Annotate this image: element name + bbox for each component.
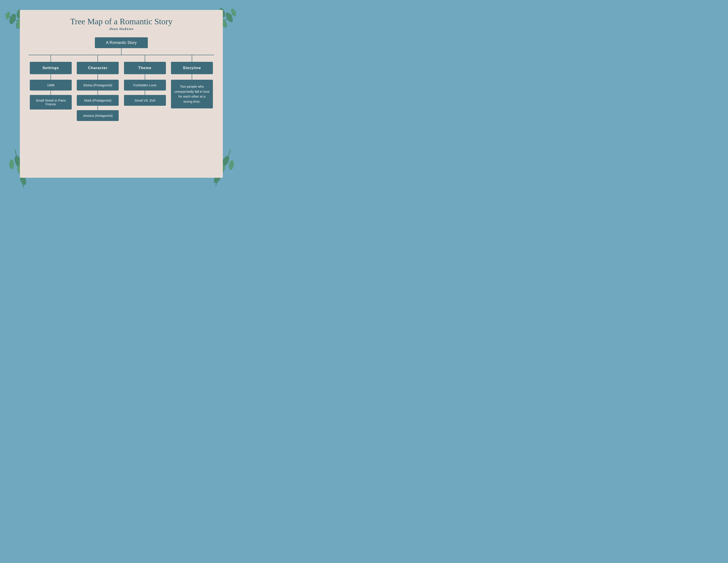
theme-children: Forbidden Love Good VS. Evil [124,74,166,106]
character-top-connector [98,55,98,62]
tree-container: A Romantic Story Settings 1998 [24,37,218,121]
storyline-top-connector [192,55,192,62]
theme-connector-1 [145,74,145,80]
settings-child-location: Small Street in Paris France [30,95,72,109]
settings-child-1998: 1998 [30,80,72,90]
svg-point-20 [230,8,237,17]
main-card: Tree Map of a Romantic Story Jhon Hudson… [20,10,223,178]
theme-top-connector [145,55,145,62]
root-connector [121,48,122,55]
settings-child-connector-2 [51,90,51,95]
settings-node: Settings [30,62,72,74]
branch-character: Character Eloisa (Protagonist) Mark (Pro… [76,55,120,121]
theme-child-forbidden: Forbidden Love [124,80,166,90]
theme-connector-2 [145,90,145,95]
page-title: Tree Map of a Romantic Story [70,17,173,26]
root-node: A Romantic Story [95,37,148,48]
settings-children: 1998 Small Street in Paris France [30,74,72,109]
branch-settings: Settings 1998 Small Street in Paris Fran… [29,55,73,121]
character-children: Eloisa (Protagonist) Mark (Protagonist) … [77,74,119,121]
branch-storyline: Storyline Two people who unexpectedly fa… [170,55,214,121]
svg-point-27 [9,159,14,169]
svg-point-33 [228,160,235,170]
storyline-node: Storyline [171,62,213,74]
settings-child-connector-1 [51,74,51,80]
svg-point-7 [8,13,17,25]
branches-row: Settings 1998 Small Street in Paris Fran… [29,55,214,121]
storyline-description: Two people who unexpectedly fall in love… [171,80,213,108]
branch-theme: Theme Forbidden Love Good VS. Evil [123,55,167,121]
svg-point-17 [224,11,234,23]
character-child-eloisa: Eloisa (Protagonist) [77,80,119,90]
char-connector-2 [98,90,98,95]
character-node: Character [77,62,119,74]
theme-child-good-evil: Good VS. Evil [124,95,166,106]
char-connector-3 [98,106,98,110]
theme-node: Theme [124,62,166,74]
svg-point-6 [8,13,17,25]
storyline-child-container: Two people who unexpectedly fall in love… [171,74,213,108]
storyline-connector [192,74,192,80]
settings-top-connector [51,55,51,62]
page-subtitle: Jhon Hudson [109,27,133,31]
character-child-mark: Mark (Protagonist) [77,95,119,106]
char-connector-1 [98,74,98,80]
character-child-jessica: Jessica (Antagonist) [77,110,119,121]
svg-point-11 [5,11,11,20]
